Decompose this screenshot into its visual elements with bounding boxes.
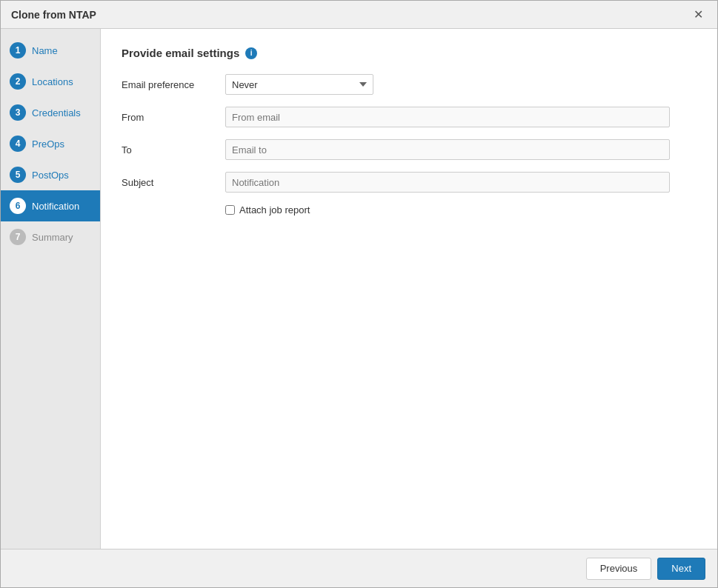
sidebar-item-summary[interactable]: 7 Summary: [1, 221, 100, 253]
email-preference-label: Email preference: [122, 79, 225, 90]
dialog-body: 1 Name 2 Locations 3 Credentials 4 PreOp…: [1, 29, 717, 549]
to-input[interactable]: [225, 139, 670, 160]
sidebar-item-label-locations: Locations: [32, 76, 73, 87]
section-title-text: Provide email settings: [122, 47, 239, 59]
sidebar-item-preops[interactable]: 4 PreOps: [1, 128, 100, 159]
sidebar-item-postops[interactable]: 5 PostOps: [1, 159, 100, 190]
email-preference-select[interactable]: Never Always On Failure: [225, 74, 373, 95]
close-button[interactable]: ✕: [689, 6, 707, 24]
previous-button-label: Previous: [600, 563, 638, 574]
sidebar-item-label-notification: Notification: [32, 201, 79, 212]
step-circle-1: 1: [10, 42, 26, 59]
next-button-label: Next: [671, 563, 691, 574]
next-button[interactable]: Next: [657, 558, 705, 580]
from-row: From: [122, 107, 697, 127]
section-title-row: Provide email settings i: [122, 47, 697, 59]
from-label: From: [122, 112, 225, 123]
sidebar-item-locations[interactable]: 2 Locations: [1, 66, 100, 97]
step-circle-5: 5: [10, 167, 26, 183]
sidebar-item-credentials[interactable]: 3 Credentials: [1, 97, 100, 128]
sidebar-item-label-name: Name: [32, 45, 58, 56]
sidebar-item-label-postops: PostOps: [32, 170, 69, 181]
attach-job-report-row: Attach job report: [225, 204, 697, 216]
title-bar: Clone from NTAP ✕: [1, 1, 717, 29]
to-row: To: [122, 139, 697, 160]
attach-job-report-checkbox[interactable]: [225, 205, 235, 215]
step-circle-3: 3: [10, 104, 26, 121]
subject-row: Subject: [122, 172, 697, 193]
step-circle-2: 2: [10, 73, 26, 90]
step-circle-4: 4: [10, 136, 26, 152]
sidebar-item-label-preops: PreOps: [32, 138, 64, 150]
sidebar-item-name[interactable]: 1 Name: [1, 35, 100, 66]
dialog-title: Clone from NTAP: [11, 9, 96, 21]
subject-label: Subject: [122, 177, 225, 188]
footer: Previous Next: [1, 549, 717, 587]
previous-button[interactable]: Previous: [586, 558, 652, 580]
step-circle-6: 6: [10, 198, 26, 214]
sidebar-item-label-summary: Summary: [32, 232, 73, 243]
from-input[interactable]: [225, 107, 670, 127]
info-icon[interactable]: i: [245, 47, 257, 59]
sidebar-item-label-credentials: Credentials: [32, 107, 81, 118]
email-preference-row: Email preference Never Always On Failure: [122, 74, 697, 95]
to-label: To: [122, 144, 225, 156]
step-circle-7: 7: [10, 229, 26, 245]
close-icon: ✕: [694, 7, 703, 21]
sidebar: 1 Name 2 Locations 3 Credentials 4 PreOp…: [1, 29, 101, 549]
main-content: Provide email settings i Email preferenc…: [101, 29, 717, 549]
sidebar-item-notification[interactable]: 6 Notification: [1, 190, 100, 221]
attach-job-report-label[interactable]: Attach job report: [239, 204, 310, 216]
subject-input[interactable]: [225, 172, 670, 193]
dialog: Clone from NTAP ✕ 1 Name 2 Locations 3 C…: [0, 0, 718, 588]
